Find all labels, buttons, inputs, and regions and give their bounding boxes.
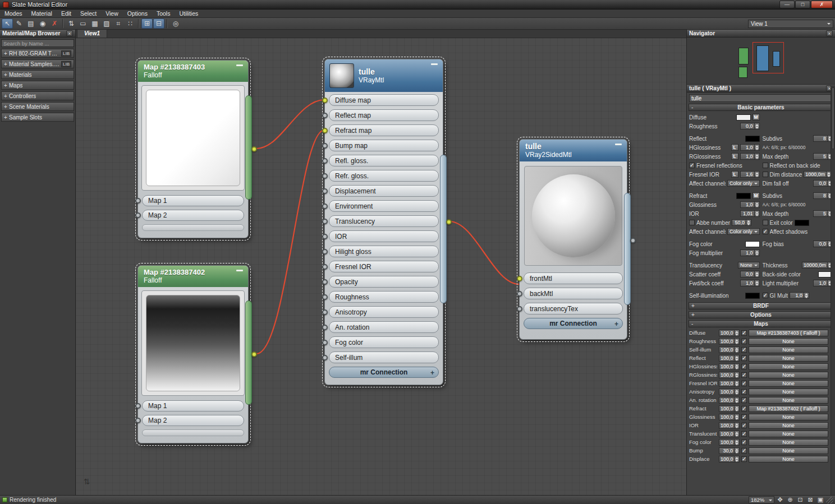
expand-icon[interactable] (4, 114, 9, 121)
spinner[interactable] (735, 355, 740, 362)
node-vraymtl-tulle[interactable]: tulle VRayMtl Diffuse map Reflect map Re… (324, 59, 443, 385)
navigator-body[interactable] (687, 38, 835, 85)
spinner-down-icon[interactable] (755, 126, 759, 129)
zoom-extents-button[interactable]: ⊠ (806, 496, 815, 504)
input-socket[interactable] (322, 234, 328, 239)
select-region-toggle-button[interactable]: ⊞ (141, 19, 153, 29)
assign-material-to-selection-button[interactable]: ◉ (37, 19, 48, 29)
map-enable-checkbox[interactable] (741, 456, 747, 462)
spinner-down-icon[interactable] (735, 350, 739, 353)
spinner[interactable] (735, 389, 740, 395)
params-scrollbar[interactable] (831, 85, 835, 495)
value-field[interactable]: 10000,0m (802, 262, 833, 269)
view-selector-dropdown[interactable]: View 1 (748, 20, 833, 28)
input-socket[interactable] (322, 204, 328, 209)
map-amount-field[interactable]: 100,0 (719, 330, 740, 336)
close-button[interactable]: ✗ (811, 1, 833, 8)
menu-item[interactable]: Utilities (175, 10, 203, 18)
node-input-slot[interactable]: Roughness (329, 291, 439, 303)
spinner-down-icon[interactable] (735, 375, 739, 378)
rollout-maps[interactable]: Maps (689, 320, 833, 327)
select-tool-button[interactable]: ↖ (2, 19, 13, 29)
spinner[interactable] (804, 292, 809, 299)
input-socket[interactable] (322, 325, 328, 330)
spinner-down-icon[interactable] (735, 451, 739, 454)
map-button[interactable]: None (749, 372, 828, 378)
node-input-slot[interactable]: Hilight gloss (329, 246, 439, 257)
map-button[interactable]: None (749, 346, 828, 353)
output-socket[interactable] (446, 219, 452, 225)
map-button[interactable]: Map #2138387403 ( Falloff ) (749, 330, 828, 336)
output-socket[interactable] (251, 146, 257, 152)
spinner[interactable] (735, 439, 740, 446)
menu-item[interactable]: Options (123, 10, 152, 18)
value-field[interactable]: 0,0 (740, 123, 760, 130)
map-button[interactable]: None (749, 355, 828, 362)
layout-all-button[interactable]: ⌗ (113, 19, 124, 29)
spinner-down-icon[interactable] (804, 295, 809, 298)
spinner[interactable] (755, 249, 760, 256)
spinner[interactable] (735, 380, 740, 387)
map-button[interactable]: None (749, 447, 828, 454)
spinner-down-icon[interactable] (735, 434, 739, 437)
spinner-down-icon[interactable] (735, 358, 739, 361)
map-amount-field[interactable]: 100,0 (719, 380, 740, 387)
node-input-slot[interactable]: Environment (329, 200, 439, 212)
input-socket[interactable] (322, 188, 328, 194)
zoom-extents-selected-button[interactable]: ▣ (816, 496, 825, 504)
value-field[interactable]: 5 (813, 210, 833, 217)
collapse-node-icon[interactable] (236, 64, 243, 66)
material-name-input[interactable] (689, 94, 833, 102)
node-header[interactable]: tulle VRay2SidedMtl (520, 140, 627, 161)
spinner[interactable] (755, 271, 760, 278)
spinner-down-icon[interactable] (735, 333, 739, 336)
node-input-slot[interactable]: IOR (329, 230, 439, 242)
map-amount-field[interactable]: 100,0 (719, 456, 740, 463)
value-field[interactable]: 0,0 (813, 241, 833, 247)
input-socket[interactable] (322, 113, 328, 118)
show-background-button[interactable]: ▨ (101, 19, 112, 29)
rollout-brdf[interactable]: BRDF (689, 302, 833, 309)
value-field[interactable]: 1000,0m (804, 171, 832, 178)
value-field[interactable]: 1,0 (740, 249, 760, 256)
browser-group-row[interactable]: Material Samples.mat LIB (1, 59, 74, 68)
color-swatch[interactable] (736, 193, 751, 199)
color-swatch[interactable] (795, 220, 809, 226)
map-enable-checkbox[interactable] (741, 440, 747, 445)
map-amount-field[interactable]: 100,0 (719, 439, 740, 446)
expand-icon[interactable] (4, 104, 9, 110)
map-enable-checkbox[interactable] (741, 330, 747, 336)
spinner-down-icon[interactable] (755, 147, 759, 150)
node-input-slot[interactable]: Refract map (329, 124, 439, 136)
input-socket[interactable] (135, 212, 141, 218)
map-amount-field[interactable]: 30,0 (719, 447, 740, 454)
node-header[interactable]: tulle VRayMtl (325, 59, 443, 92)
node-input-slot[interactable]: Bump map (329, 140, 439, 151)
wire-vraymtl-frontmtl[interactable] (449, 221, 519, 284)
expand-icon[interactable] (4, 72, 9, 78)
node-input-slot[interactable]: Map 1 (142, 195, 244, 206)
small-button-m[interactable]: M (753, 192, 760, 199)
spinner[interactable] (735, 338, 740, 345)
map-button[interactable]: None (749, 338, 828, 345)
dropdown[interactable]: Color only (727, 180, 760, 187)
input-socket[interactable] (517, 291, 522, 297)
zoom-level-dropdown[interactable]: 182% (749, 496, 774, 503)
map-enable-checkbox[interactable] (741, 406, 747, 411)
expand-icon[interactable] (4, 61, 9, 67)
color-swatch[interactable] (745, 241, 760, 247)
value-field[interactable]: 1,0 (740, 280, 760, 286)
spinner-down-icon[interactable] (755, 174, 759, 177)
map-enable-checkbox[interactable] (741, 397, 747, 403)
map-button[interactable]: None (749, 456, 828, 463)
spinner-down-icon[interactable] (735, 459, 739, 462)
checkbox[interactable] (689, 220, 695, 225)
input-socket[interactable] (322, 264, 328, 270)
map-enable-checkbox[interactable] (741, 372, 747, 378)
node-input-slot[interactable]: Displacement (329, 185, 439, 197)
map-amount-field[interactable]: 100,0 (719, 355, 740, 362)
layout-children-button[interactable]: ∷ (125, 19, 136, 29)
scrollbar-thumb[interactable] (832, 87, 834, 149)
spinner[interactable] (755, 210, 760, 217)
pan-view-button[interactable]: ✥ (776, 496, 784, 504)
